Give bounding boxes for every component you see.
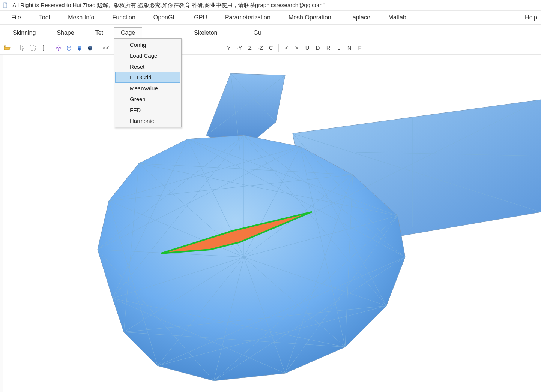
cube-solid-dark-icon[interactable] <box>86 43 95 52</box>
tb-z[interactable]: Z <box>245 43 254 52</box>
toolbar-separator <box>15 44 15 52</box>
dd-load-cage[interactable]: Load Cage <box>115 50 180 61</box>
dd-meanvalue[interactable]: MeanValue <box>115 83 180 94</box>
svg-rect-1 <box>30 46 35 50</box>
sec-cage[interactable]: Cage Config Load Cage Reset FFDGrid Mean… <box>114 27 142 39</box>
tb-l[interactable]: L <box>334 43 343 52</box>
tb-d[interactable]: D <box>313 43 322 52</box>
prev-button[interactable]: << <box>101 43 111 52</box>
sec-skinning[interactable]: Skinning <box>2 27 46 39</box>
sec-cage-label: Cage <box>121 30 135 36</box>
viewport-3d[interactable] <box>0 55 541 392</box>
tb-neg-y[interactable]: -Y <box>235 43 244 52</box>
tb-c[interactable]: C <box>266 43 275 52</box>
pointer-icon[interactable] <box>18 43 27 52</box>
sec-skeleton[interactable]: Skeleton <box>183 27 228 39</box>
toolbar-separator <box>98 44 98 52</box>
menu-opengl[interactable]: OpenGL <box>144 12 185 23</box>
toolbar: << >> A V Y -Y Z -Z C < > U D R L N F <box>0 41 541 55</box>
sec-shape[interactable]: Shape <box>46 27 84 39</box>
toolbar-separator <box>278 44 279 52</box>
menu-file[interactable]: File <box>2 12 30 23</box>
menu-mesh-info[interactable]: Mesh Info <box>59 12 103 23</box>
tb-n[interactable]: N <box>345 43 354 52</box>
tb-u[interactable]: U <box>303 43 312 52</box>
menu-help[interactable]: Help <box>516 12 539 23</box>
dd-ffd[interactable]: FFD <box>115 105 180 115</box>
menu-bar: File Tool Mesh Info Function OpenGL GPU … <box>0 10 541 25</box>
menu-parameterization[interactable]: Parameterization <box>216 12 280 23</box>
tb-r[interactable]: R <box>324 43 333 52</box>
marquee-select-icon[interactable] <box>28 43 37 52</box>
move-icon[interactable] <box>39 43 48 52</box>
menu-mesh-operation[interactable]: Mesh Operation <box>280 12 340 23</box>
window-title: "All Right is Reserved to Hui Zhao 赵辉。版权… <box>11 2 325 9</box>
tb-right[interactable]: > <box>292 43 301 52</box>
tb-f[interactable]: F <box>355 43 364 52</box>
menu-tool[interactable]: Tool <box>30 12 59 23</box>
dd-green[interactable]: Green <box>115 94 180 105</box>
dd-config[interactable]: Config <box>115 39 180 50</box>
sec-gu[interactable]: Gu <box>243 27 272 39</box>
menu-matlab[interactable]: Matlab <box>379 12 415 23</box>
dd-reset[interactable]: Reset <box>115 61 180 72</box>
cage-dropdown: Config Load Cage Reset FFDGrid MeanValue… <box>114 38 182 127</box>
sec-tet[interactable]: Tet <box>85 27 114 39</box>
secondary-bar: Skinning Shape Tet Cage Config Load Cage… <box>0 25 541 41</box>
cube-solid-blue-icon[interactable] <box>75 43 84 52</box>
folder-open-icon[interactable] <box>2 43 12 52</box>
dd-harmonic[interactable]: Harmonic <box>115 115 180 126</box>
menu-gpu[interactable]: GPU <box>185 12 216 23</box>
document-icon <box>2 2 8 8</box>
dd-ffdgrid[interactable]: FFDGrid <box>115 72 180 83</box>
cube-wire-blue-icon[interactable] <box>65 43 74 52</box>
toolbar-separator <box>51 44 51 52</box>
tb-y[interactable]: Y <box>224 43 233 52</box>
cube-wire-purple-icon[interactable] <box>54 43 63 52</box>
menu-function[interactable]: Function <box>103 12 144 23</box>
tb-neg-z[interactable]: -Z <box>256 43 265 52</box>
mesh-render <box>0 55 541 392</box>
menu-laplace[interactable]: Laplace <box>340 12 379 23</box>
title-bar: "All Right is Reserved to Hui Zhao 赵辉。版权… <box>0 0 541 10</box>
tb-left[interactable]: < <box>282 43 291 52</box>
